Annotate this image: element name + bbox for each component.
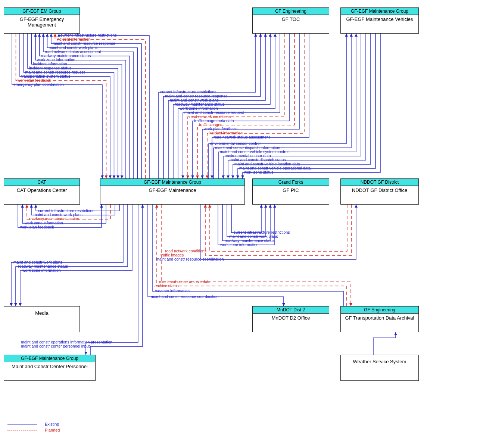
legend-existing: Existing — [45, 422, 59, 426]
node-header: GF Engineering — [341, 307, 418, 314]
node-cat: CAT CAT Operations Center — [4, 178, 80, 205]
node-wx: Weather Service System — [340, 355, 419, 381]
node-nddot: NDDOT GF District NDDOT GF District Offi… — [340, 178, 419, 205]
node-mveh: GF-EGF Maintenance Group GF-EGF Maintena… — [340, 7, 419, 34]
node-header: CAT — [4, 179, 80, 186]
node-body: Maint and Constr Center Personnel — [4, 362, 95, 369]
flow-label: weather information — [155, 289, 190, 293]
node-header: GF-EGF EM Group — [4, 8, 80, 15]
flow-label: maint and constr resource coordination — [156, 257, 224, 261]
node-header: NDDOT GF District — [341, 179, 418, 186]
node-body: GF PIC — [253, 186, 329, 193]
node-body: GF-EGF Maintenance — [100, 186, 244, 193]
node-body: Media — [4, 307, 80, 316]
flow-label: maint and constr resource coordination — [151, 294, 219, 299]
connectors — [0, 0, 480, 448]
node-header: GF-EGF Maintenance Group — [341, 8, 418, 15]
node-body: CAT Operations Center — [4, 186, 80, 193]
node-em: GF-EGF EM Group GF-EGF Emergency Managem… — [4, 7, 80, 34]
flow-label: archive status — [155, 283, 179, 288]
flow-label: emergency plan coordination — [13, 82, 64, 87]
flow-label: work plan feedback — [20, 225, 54, 229]
node-body: GF Transportation Data Archival — [341, 314, 418, 321]
node-header: GF-EGF Maintenance Group — [100, 179, 244, 186]
flow-label: work zone status — [244, 170, 274, 174]
legend-planned: Planned — [45, 428, 60, 432]
node-body: Weather Service System — [341, 355, 418, 364]
node-header: MnDOT Dist 2 — [253, 307, 329, 314]
flow-label: work zone information — [22, 268, 61, 273]
flow-label: work zone information — [220, 242, 259, 247]
legend: Existing Planned — [7, 421, 60, 433]
node-body: MnDOT D2 Office — [253, 314, 329, 321]
flow-label: maint and constr center personnel input — [21, 344, 90, 348]
node-toc: GF Engineering GF TOC — [252, 7, 329, 34]
flow-label: road network status assessment — [213, 135, 270, 139]
node-mndot: MnDOT Dist 2 MnDOT D2 Office — [252, 306, 329, 332]
node-header: Grand Forks — [253, 179, 329, 186]
node-body: GF-EGF Maintenance Vehicles — [341, 15, 418, 22]
node-maint: GF-EGF Maintenance Group GF-EGF Maintena… — [100, 178, 245, 205]
node-pers: GF-EGF Maintenance Group Maint and Const… — [4, 355, 96, 381]
node-body: GF TOC — [253, 15, 329, 22]
node-header: GF-EGF Maintenance Group — [4, 355, 95, 362]
node-body: GF-EGF Emergency Management — [4, 15, 80, 28]
node-body: NDDOT GF District Office — [341, 186, 418, 193]
node-arch: GF Engineering GF Transportation Data Ar… — [340, 306, 419, 332]
node-media: Media — [4, 306, 80, 332]
node-header: GF Engineering — [253, 8, 329, 15]
node-pic: Grand Forks GF PIC — [252, 178, 329, 205]
